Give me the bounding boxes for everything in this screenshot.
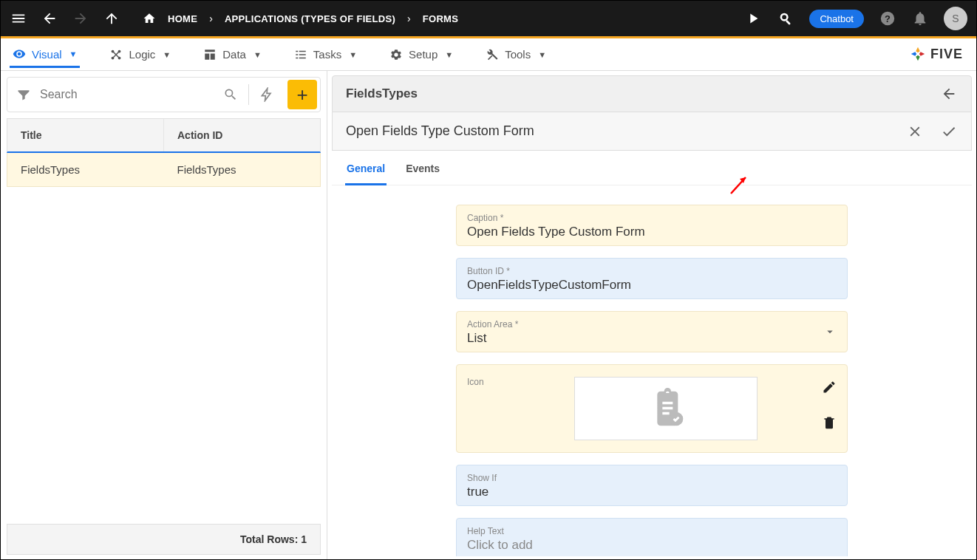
edit-icon[interactable] [822, 380, 837, 395]
table-footer: Total Rows: 1 [7, 524, 321, 555]
field-buttonid-value: OpenFieldsTypeCustomForm [467, 278, 837, 293]
detail-header: FieldsTypes [332, 75, 972, 112]
field-helptext-value: Click to add [467, 538, 837, 553]
tab-tasks-label: Tasks [313, 48, 341, 61]
form-tabs: General Events [332, 151, 972, 185]
search-icon[interactable] [777, 10, 794, 27]
topbar-left: HOME › APPLICATIONS (TYPES OF FIELDS) › … [10, 10, 744, 27]
avatar[interactable]: S [944, 7, 967, 30]
top-bar: HOME › APPLICATIONS (TYPES OF FIELDS) › … [1, 1, 976, 38]
icon-buttons [822, 377, 837, 430]
play-icon[interactable] [744, 10, 762, 27]
table-header: Title Action ID [7, 118, 321, 153]
tab-tools-label: Tools [505, 48, 531, 61]
forward-icon [72, 10, 89, 27]
check-icon[interactable] [940, 123, 958, 140]
form-header: Open Fields Type Custom Form [332, 112, 972, 151]
field-showif-label: Show If [467, 473, 837, 483]
tab-visual[interactable]: Visual▼ [10, 41, 80, 68]
add-button[interactable]: + [287, 80, 317, 109]
col-actionid[interactable]: Action ID [164, 119, 320, 151]
chevron-down-icon [823, 325, 837, 338]
cell-actionid: FieldsTypes [164, 153, 321, 186]
svg-text:?: ? [885, 13, 891, 24]
field-caption[interactable]: Caption * Open Fields Type Custom Form [456, 205, 848, 246]
field-icon: Icon [456, 364, 848, 453]
chatbot-button[interactable]: Chatbot [809, 10, 864, 28]
tab-tasks[interactable]: Tasks▼ [291, 42, 360, 67]
right-panel: FieldsTypes Open Fields Type Custom Form… [327, 71, 976, 560]
field-caption-label: Caption * [467, 213, 837, 223]
svg-point-2 [783, 15, 787, 19]
field-actionarea-label: Action Area * [467, 319, 837, 329]
field-showif-value: true [467, 485, 837, 499]
left-panel: + Title Action ID FieldsTypes FieldsType… [1, 71, 327, 560]
bell-icon[interactable] [911, 10, 929, 27]
hamburger-icon[interactable] [10, 10, 27, 27]
field-actionarea-value: List [467, 331, 837, 346]
brand-logo: FIVE [910, 46, 963, 62]
tab-data[interactable]: Data▼ [200, 42, 265, 67]
form-title: Open Fields Type Custom Form [346, 123, 534, 139]
field-actionarea[interactable]: Action Area * List [456, 311, 848, 352]
field-showif[interactable]: Show If true [456, 465, 848, 506]
tab-setup[interactable]: Setup▼ [387, 42, 456, 67]
chevron-right-icon: › [209, 13, 213, 24]
filter-icon[interactable] [7, 87, 40, 102]
field-buttonid-label: Button ID * [467, 266, 837, 276]
field-buttonid[interactable]: Button ID * OpenFieldsTypeCustomForm [456, 258, 848, 299]
tab-logic[interactable]: Logic▼ [106, 42, 174, 67]
breadcrumb-home[interactable]: HOME [168, 13, 197, 24]
chevron-right-icon: › [407, 13, 411, 24]
clipboard-icon [645, 388, 687, 429]
detail-title: FieldsTypes [346, 86, 418, 101]
tab-events[interactable]: Events [404, 161, 441, 185]
close-icon[interactable] [906, 123, 924, 140]
tab-logic-label: Logic [129, 48, 155, 61]
tab-setup-label: Setup [409, 48, 438, 61]
cell-title: FieldsTypes [7, 153, 164, 186]
help-icon[interactable]: ? [879, 10, 896, 27]
main-area: + Title Action ID FieldsTypes FieldsType… [1, 71, 976, 560]
tab-data-label: Data [222, 48, 246, 61]
tab-general[interactable]: General [345, 161, 387, 185]
table-row[interactable]: FieldsTypes FieldsTypes [7, 153, 321, 187]
home-icon [143, 12, 156, 25]
delete-icon[interactable] [822, 415, 837, 430]
tab-tools[interactable]: Tools▼ [483, 42, 549, 67]
footer-count: 1 [301, 533, 307, 545]
tab-visual-label: Visual [32, 48, 62, 61]
search-row: + [7, 77, 321, 112]
back-icon[interactable] [41, 10, 58, 27]
footer-label: Total Rows: [240, 533, 298, 545]
field-helptext[interactable]: Help Text Click to add [456, 518, 848, 556]
bolt-icon[interactable] [249, 87, 285, 102]
icon-preview[interactable] [574, 377, 758, 440]
form-body: Caption * Open Fields Type Custom Form B… [332, 185, 972, 556]
back-arrow-icon[interactable] [940, 85, 958, 103]
breadcrumb-applications[interactable]: APPLICATIONS (TYPES OF FIELDS) [225, 13, 395, 24]
search-icon[interactable] [213, 87, 248, 102]
field-caption-value: Open Fields Type Custom Form [467, 225, 837, 239]
form-actions [906, 123, 958, 140]
svg-marker-10 [740, 177, 746, 183]
col-title[interactable]: Title [7, 119, 164, 151]
search-input[interactable] [40, 88, 213, 101]
svg-rect-1 [786, 20, 791, 25]
brand-text: FIVE [930, 47, 963, 62]
up-icon[interactable] [103, 10, 120, 27]
breadcrumb: HOME › APPLICATIONS (TYPES OF FIELDS) › … [143, 12, 458, 25]
topbar-right: Chatbot ? S [744, 7, 967, 30]
field-icon-label: Icon [467, 377, 484, 387]
main-tabs: Visual▼ Logic▼ Data▼ Tasks▼ Setup▼ Tools… [1, 38, 976, 71]
breadcrumb-forms[interactable]: FORMS [423, 13, 458, 24]
field-helptext-label: Help Text [467, 526, 837, 536]
